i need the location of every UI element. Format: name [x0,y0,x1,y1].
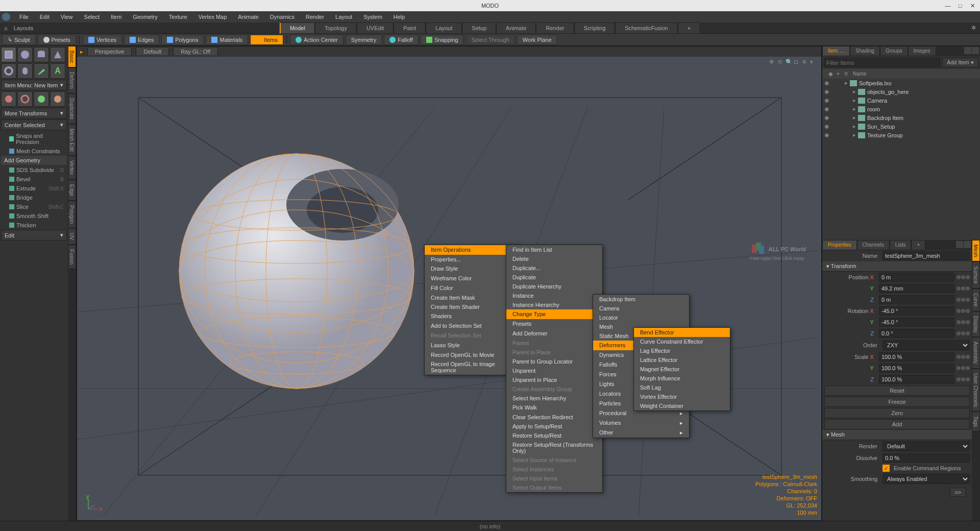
lefttab-basic[interactable]: Basic [68,46,76,67]
vp-default-button[interactable]: Default [136,47,169,56]
select-through-button[interactable]: Select Through [465,35,514,45]
rotation-x-field[interactable] [879,306,954,316]
vp-perspective-button[interactable]: Perspective [87,47,132,56]
text-tool-icon[interactable]: A [50,63,65,79]
work-plane-button[interactable]: Work Plane [517,35,557,45]
smoothing-select[interactable]: Always Enabled [883,474,970,484]
name-field[interactable] [883,251,970,260]
menu-item[interactable]: Select Item Hierarchy [506,394,602,403]
menu-item[interactable]: Clear Selection Redirect [506,413,602,422]
render-select[interactable]: Default [883,441,970,451]
vtab-assembly[interactable]: Assembly [972,337,980,368]
lefttab-vertex[interactable]: Vertex [68,156,76,179]
menu-item[interactable]: Duplicate [506,273,602,282]
scale-z-field[interactable] [879,375,954,384]
snapping-button[interactable]: Snapping [421,35,464,45]
op-bevel[interactable]: BevelB [1,175,67,184]
items-tab-item[interactable]: Item … [822,46,850,56]
props-pop-icon[interactable] [964,241,971,248]
op-extrude[interactable]: ExtrudeShift-X [1,184,67,193]
close-button[interactable]: ✕ [967,1,978,10]
mesh-header[interactable]: ▾ Mesh [822,430,972,440]
menu-item[interactable]: Change Type▸ [506,309,602,319]
presets-button[interactable]: Presets [38,35,76,45]
vtab-mesh[interactable]: Mesh [972,240,980,261]
maximize-button[interactable]: □ [954,1,966,10]
menu-layout[interactable]: Layout [330,12,357,21]
menu-select[interactable]: Select [79,12,105,21]
menu-item[interactable]: Vortex Effector [634,392,730,401]
snaps-precision-item[interactable]: Snaps and Precision [1,131,67,147]
primitive-cube-icon[interactable] [1,47,16,62]
mode-vertices[interactable]: Vertices [83,35,122,45]
vtab-surface[interactable]: Surface [972,261,980,288]
menu-item[interactable]: Bend Effector [634,328,730,337]
order-select[interactable]: ZXY [883,340,970,350]
menu-view[interactable]: View [56,12,78,21]
menu-item[interactable]: Lag Effector [634,346,730,355]
primitive-cylinder-icon[interactable] [34,47,49,62]
reset-button[interactable]: Reset [824,385,970,396]
col-plus-icon[interactable]: + [832,70,841,78]
falloff-button[interactable]: Falloff [384,35,419,45]
menu-item[interactable]: Find in Item List [506,245,602,254]
menu-item[interactable]: Other▸ [593,428,689,438]
mode-polygons[interactable]: Polygons [161,35,204,45]
position-y-field[interactable] [879,284,954,293]
mode-items[interactable]: Items [250,35,283,45]
menu-item[interactable]: Curve Constraint Effector [634,337,730,346]
vp-raygl-button[interactable]: Ray GL: Off [173,47,218,56]
menu-dynamics[interactable]: Dynamics [265,12,300,21]
vtab-display[interactable]: Display [972,311,980,337]
primitive-torus-icon[interactable] [1,63,16,79]
layout-tab-uvedit[interactable]: UVEdit [357,22,394,34]
primitive-cone-icon[interactable] [50,47,65,62]
vtab-tags[interactable]: Tags [972,412,980,431]
menu-edit[interactable]: Edit [35,12,55,21]
menu-item[interactable]: Presets▸ [506,319,602,329]
sculpt-button[interactable]: ↳ Sculpt [2,34,36,45]
col-link-icon[interactable]: ⎘ [841,70,849,78]
layouts-label[interactable]: Layouts [14,25,34,31]
add-button[interactable]: Add [824,419,970,429]
menu-item[interactable]: Restore Setup/Rest [506,431,602,440]
3d-viewport[interactable]: ▸ Perspective Default Ray GL: Off ✥ ⟲ 🔍 … [77,46,822,521]
menu-item[interactable]: Pick Walk▸ [506,403,602,413]
center-selected-dropdown[interactable]: Center Selected▾ [1,119,67,130]
mode-edges[interactable]: Edges [124,35,159,45]
lefttab-edge[interactable]: Edge [68,180,76,201]
transform-header[interactable]: ▾ Transform [822,261,972,272]
enable-cmd-checkbox[interactable]: ✓ [883,465,890,472]
settings-gear-icon[interactable]: ✲ [971,25,976,31]
lefttab-duplicate[interactable]: Duplicate [68,93,76,124]
op-thicken[interactable]: Thicken [1,221,67,230]
edit-dropdown[interactable]: Edit▾ [1,230,67,240]
op-slice[interactable]: SliceShift-C [1,202,67,211]
menu-item[interactable]: Magnet Effector [634,365,730,374]
more-button[interactable]: >> [950,488,966,497]
lefttab-uv[interactable]: UV [68,228,76,245]
menu-item[interactable]: Apply to Setup/Rest [506,422,602,431]
minimize-button[interactable]: — [942,1,953,10]
rotation-z-field[interactable] [879,329,954,338]
viewport-axis-widget[interactable]: xy [83,494,104,514]
layout-tab-scripting[interactable]: Scripting [574,22,615,34]
menu-item[interactable]: Unparent [506,366,602,375]
menu-item[interactable]: Restore Setup/Rest (Transforms Only) [506,440,602,455]
props-tab-lists[interactable]: Lists [890,240,912,250]
mode-materials[interactable]: Materials [206,35,248,45]
scale-y-field[interactable] [879,364,954,373]
home-icon[interactable]: ⌂ [4,25,8,31]
items-tab-shading[interactable]: Shading [850,46,880,56]
menu-item[interactable]: Instance Hierarchy [506,300,602,309]
item-menu-dropdown[interactable]: Item Menu: New Item▾ [1,80,67,90]
menu-animate[interactable]: Animate [233,12,263,21]
menu-file[interactable]: File [14,12,34,21]
menu-vertexmap[interactable]: Vertex Map [193,12,232,21]
menu-item[interactable]: Locator [593,313,689,322]
rotation-y-field[interactable] [879,318,954,327]
col-name[interactable]: Name [849,70,871,78]
tree-row[interactable]: ◉▸Sun_Setup [822,122,980,131]
menu-help[interactable]: Help [388,12,410,21]
op-bridge[interactable]: Bridge [1,193,67,202]
